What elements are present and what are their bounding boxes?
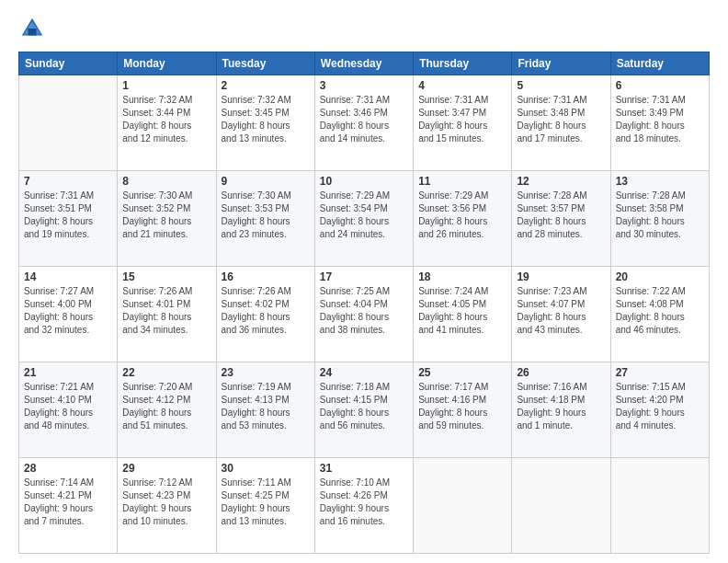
day-info: Sunrise: 7:32 AM Sunset: 3:44 PM Dayligh… — [122, 94, 210, 145]
day-cell: 21Sunrise: 7:21 AM Sunset: 4:10 PM Dayli… — [19, 362, 118, 458]
day-cell: 9Sunrise: 7:30 AM Sunset: 3:53 PM Daylig… — [216, 171, 314, 267]
day-info: Sunrise: 7:11 AM Sunset: 4:25 PM Dayligh… — [222, 477, 310, 528]
day-number: 26 — [517, 366, 605, 379]
day-cell: 17Sunrise: 7:25 AM Sunset: 4:04 PM Dayli… — [314, 267, 413, 362]
day-number: 18 — [418, 270, 506, 283]
day-info: Sunrise: 7:31 AM Sunset: 3:46 PM Dayligh… — [320, 94, 408, 145]
day-info: Sunrise: 7:22 AM Sunset: 4:08 PM Dayligh… — [616, 285, 704, 337]
day-info: Sunrise: 7:10 AM Sunset: 4:26 PM Dayligh… — [320, 477, 408, 528]
day-number: 21 — [24, 366, 112, 379]
logo-icon — [18, 15, 46, 42]
day-cell: 4Sunrise: 7:31 AM Sunset: 3:47 PM Daylig… — [414, 75, 512, 171]
day-cell: 22Sunrise: 7:20 AM Sunset: 4:12 PM Dayli… — [118, 362, 216, 458]
day-info: Sunrise: 7:31 AM Sunset: 3:49 PM Dayligh… — [616, 94, 704, 145]
day-info: Sunrise: 7:31 AM Sunset: 3:47 PM Dayligh… — [418, 94, 506, 145]
day-cell: 29Sunrise: 7:12 AM Sunset: 4:23 PM Dayli… — [118, 458, 216, 554]
day-number: 4 — [418, 79, 506, 92]
day-number: 25 — [418, 366, 506, 379]
day-info: Sunrise: 7:31 AM Sunset: 3:51 PM Dayligh… — [24, 190, 112, 241]
day-number: 10 — [320, 175, 408, 188]
day-info: Sunrise: 7:16 AM Sunset: 4:18 PM Dayligh… — [517, 381, 605, 432]
day-cell: 1Sunrise: 7:32 AM Sunset: 3:44 PM Daylig… — [118, 75, 216, 171]
day-cell — [19, 75, 118, 171]
day-number: 15 — [122, 270, 210, 283]
day-number: 28 — [24, 462, 112, 475]
header-saturday: Saturday — [610, 52, 709, 75]
day-number: 9 — [222, 175, 310, 188]
day-cell: 11Sunrise: 7:29 AM Sunset: 3:56 PM Dayli… — [414, 171, 512, 267]
day-number: 6 — [616, 79, 704, 92]
day-cell: 19Sunrise: 7:23 AM Sunset: 4:07 PM Dayli… — [512, 267, 610, 362]
svg-rect-2 — [28, 29, 37, 36]
calendar-table: SundayMondayTuesdayWednesdayThursdayFrid… — [18, 52, 710, 554]
week-row-1: 1Sunrise: 7:32 AM Sunset: 3:44 PM Daylig… — [19, 75, 710, 171]
day-info: Sunrise: 7:26 AM Sunset: 4:02 PM Dayligh… — [222, 285, 310, 337]
day-cell — [512, 458, 610, 554]
day-cell: 28Sunrise: 7:14 AM Sunset: 4:21 PM Dayli… — [19, 458, 118, 554]
day-cell — [414, 458, 512, 554]
week-row-2: 7Sunrise: 7:31 AM Sunset: 3:51 PM Daylig… — [19, 171, 710, 267]
day-cell: 7Sunrise: 7:31 AM Sunset: 3:51 PM Daylig… — [19, 171, 118, 267]
day-info: Sunrise: 7:32 AM Sunset: 3:45 PM Dayligh… — [222, 94, 310, 145]
day-cell: 23Sunrise: 7:19 AM Sunset: 4:13 PM Dayli… — [216, 362, 314, 458]
day-number: 7 — [24, 175, 112, 188]
day-info: Sunrise: 7:28 AM Sunset: 3:57 PM Dayligh… — [517, 190, 605, 241]
calendar-body: 1Sunrise: 7:32 AM Sunset: 3:44 PM Daylig… — [19, 75, 710, 554]
day-info: Sunrise: 7:28 AM Sunset: 3:58 PM Dayligh… — [616, 190, 704, 241]
day-info: Sunrise: 7:19 AM Sunset: 4:13 PM Dayligh… — [222, 381, 310, 432]
logo — [18, 15, 51, 42]
header-monday: Monday — [118, 52, 216, 75]
day-number: 12 — [517, 175, 605, 188]
page: SundayMondayTuesdayWednesdayThursdayFrid… — [0, 0, 728, 563]
day-info: Sunrise: 7:29 AM Sunset: 3:54 PM Dayligh… — [320, 190, 408, 241]
day-cell — [610, 458, 709, 554]
day-number: 22 — [122, 366, 210, 379]
day-number: 24 — [320, 366, 408, 379]
day-info: Sunrise: 7:29 AM Sunset: 3:56 PM Dayligh… — [418, 190, 506, 241]
day-cell: 14Sunrise: 7:27 AM Sunset: 4:00 PM Dayli… — [19, 267, 118, 362]
day-info: Sunrise: 7:31 AM Sunset: 3:48 PM Dayligh… — [517, 94, 605, 145]
day-number: 16 — [222, 270, 310, 283]
day-cell: 2Sunrise: 7:32 AM Sunset: 3:45 PM Daylig… — [216, 75, 314, 171]
header-sunday: Sunday — [19, 52, 118, 75]
day-number: 31 — [320, 462, 408, 475]
day-info: Sunrise: 7:12 AM Sunset: 4:23 PM Dayligh… — [122, 477, 210, 528]
day-number: 8 — [122, 175, 210, 188]
day-cell: 3Sunrise: 7:31 AM Sunset: 3:46 PM Daylig… — [314, 75, 413, 171]
day-number: 2 — [222, 79, 310, 92]
day-info: Sunrise: 7:17 AM Sunset: 4:16 PM Dayligh… — [418, 381, 506, 432]
day-number: 13 — [616, 175, 704, 188]
day-cell: 30Sunrise: 7:11 AM Sunset: 4:25 PM Dayli… — [216, 458, 314, 554]
header-friday: Friday — [512, 52, 610, 75]
day-info: Sunrise: 7:30 AM Sunset: 3:53 PM Dayligh… — [222, 190, 310, 241]
day-cell: 16Sunrise: 7:26 AM Sunset: 4:02 PM Dayli… — [216, 267, 314, 362]
day-cell: 10Sunrise: 7:29 AM Sunset: 3:54 PM Dayli… — [314, 171, 413, 267]
day-number: 19 — [517, 270, 605, 283]
calendar-header: SundayMondayTuesdayWednesdayThursdayFrid… — [19, 52, 710, 75]
day-number: 3 — [320, 79, 408, 92]
day-number: 23 — [222, 366, 310, 379]
day-number: 29 — [122, 462, 210, 475]
day-info: Sunrise: 7:21 AM Sunset: 4:10 PM Dayligh… — [24, 381, 112, 432]
header-wednesday: Wednesday — [314, 52, 413, 75]
header-row: SundayMondayTuesdayWednesdayThursdayFrid… — [19, 52, 710, 75]
day-cell: 18Sunrise: 7:24 AM Sunset: 4:05 PM Dayli… — [414, 267, 512, 362]
day-cell: 27Sunrise: 7:15 AM Sunset: 4:20 PM Dayli… — [610, 362, 709, 458]
day-number: 27 — [616, 366, 704, 379]
day-cell: 13Sunrise: 7:28 AM Sunset: 3:58 PM Dayli… — [610, 171, 709, 267]
day-number: 11 — [418, 175, 506, 188]
day-number: 20 — [616, 270, 704, 283]
day-info: Sunrise: 7:14 AM Sunset: 4:21 PM Dayligh… — [24, 477, 112, 528]
day-info: Sunrise: 7:18 AM Sunset: 4:15 PM Dayligh… — [320, 381, 408, 432]
week-row-5: 28Sunrise: 7:14 AM Sunset: 4:21 PM Dayli… — [19, 458, 710, 554]
day-number: 30 — [222, 462, 310, 475]
day-number: 17 — [320, 270, 408, 283]
day-number: 5 — [517, 79, 605, 92]
week-row-4: 21Sunrise: 7:21 AM Sunset: 4:10 PM Dayli… — [19, 362, 710, 458]
header-thursday: Thursday — [414, 52, 512, 75]
day-cell: 26Sunrise: 7:16 AM Sunset: 4:18 PM Dayli… — [512, 362, 610, 458]
header — [18, 15, 710, 42]
day-info: Sunrise: 7:24 AM Sunset: 4:05 PM Dayligh… — [418, 285, 506, 337]
week-row-3: 14Sunrise: 7:27 AM Sunset: 4:00 PM Dayli… — [19, 267, 710, 362]
day-cell: 8Sunrise: 7:30 AM Sunset: 3:52 PM Daylig… — [118, 171, 216, 267]
